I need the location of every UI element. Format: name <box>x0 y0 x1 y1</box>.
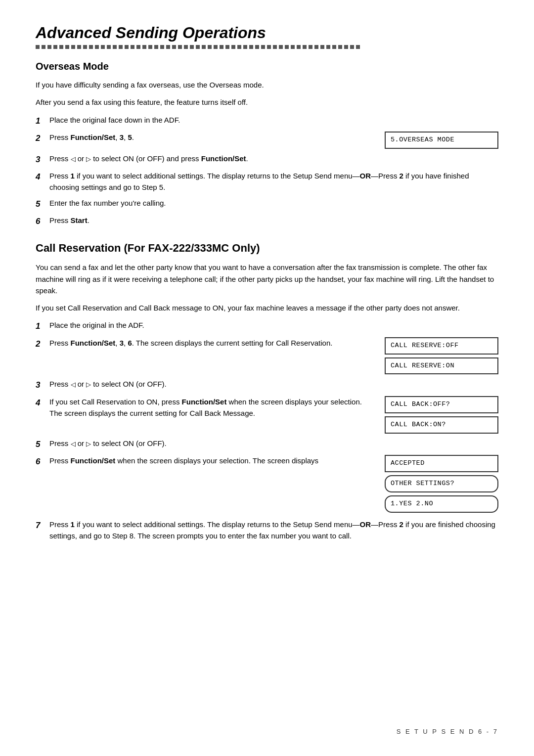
cr-step-num-6: 6 <box>36 455 49 468</box>
step-num-3: 3 <box>36 153 49 166</box>
call-reservation-steps-list: 1 Place the original in the ADF. 2 Press… <box>36 319 498 512</box>
overseas-para1: If you have difficulty sending a fax ove… <box>36 79 498 90</box>
cr-step-num-4: 4 <box>36 396 49 409</box>
cr-step-6: 6 Press Function/Set when the screen dis… <box>36 455 498 513</box>
cr-step-1: 1 Place the original in the ADF. <box>36 319 498 333</box>
overseas-step-2-text: Press Function/Set, 3, 5. <box>49 132 385 143</box>
arrow-right-icon <box>86 154 91 163</box>
overseas-step-6-text: Press Start. <box>49 215 498 226</box>
cr-step-7: 7 Press 1 if you want to select addition… <box>36 519 498 542</box>
cr-step-2: 2 Press Function/Set, 3, 6. The screen d… <box>36 337 498 375</box>
cr-step4-display-col: CALL BACK:OFF? CALL BACK:ON? <box>385 396 498 434</box>
arrow-right-icon-3 <box>86 439 91 447</box>
cr-step-num-3: 3 <box>36 378 49 392</box>
cr-step-4-content: If you set Call Reservation to ON, press… <box>49 396 498 434</box>
overseas-steps-list: 1 Place the original face down in the AD… <box>36 114 498 228</box>
cr-step-2-content: Press Function/Set, 3, 6. The screen dis… <box>49 337 498 375</box>
overseas-step-2: 2 Press Function/Set, 3, 5. 5.OVERSEAS M… <box>36 132 498 149</box>
cr-step-3-text: Press or to select ON (or OFF). <box>49 378 498 390</box>
step-num-5: 5 <box>36 197 49 211</box>
cr-step-5: 5 Press or to select ON (or OFF). <box>36 438 498 451</box>
cr-step-num-7: 7 <box>36 519 49 542</box>
cr-step-5-text: Press or to select ON (or OFF). <box>49 438 498 449</box>
cr-step-4: 4 If you set Call Reservation to ON, pre… <box>36 396 498 434</box>
overseas-para2: After you send a fax using this feature,… <box>36 96 498 108</box>
step-num-1: 1 <box>36 114 49 128</box>
call-reservation-para1: You can send a fax and let the other par… <box>36 262 498 296</box>
overseas-step-2-content: Press Function/Set, 3, 5. 5.OVERSEAS MOD… <box>49 132 498 149</box>
arrow-left-icon-2 <box>71 380 76 388</box>
call-reservation-para2: If you set Call Reservation and Call Bac… <box>36 302 498 313</box>
cr-step2-display-col: CALL RESERVE:OFF CALL RESERVE:ON <box>385 337 498 375</box>
cr-step-7-text: Press 1 if you want to select additional… <box>49 519 498 542</box>
cr-step-3: 3 Press or to select ON (or OFF). <box>36 378 498 392</box>
step-num-4: 4 <box>36 170 49 183</box>
dotted-divider <box>36 45 498 49</box>
overseas-step-5: 5 Enter the fax number you're calling. <box>36 197 498 211</box>
cr-step-4-text: If you set Call Reservation to ON, press… <box>49 396 385 419</box>
overseas-step-3: 3 Press or to select ON (or OFF) and pre… <box>36 153 498 166</box>
page-footer: S E T U P S E N D 6 - 7 <box>397 728 498 735</box>
overseas-step-1: 1 Place the original face down in the AD… <box>36 114 498 128</box>
step-num-6: 6 <box>36 215 49 228</box>
cr-step-6-content: Press Function/Set when the screen displ… <box>49 455 498 513</box>
call-reservation-heading: Call Reservation (For FAX-222/333MC Only… <box>36 242 498 255</box>
arrow-left-icon-3 <box>71 439 76 447</box>
overseas-lcd-box: 5.OVERSEAS MODE <box>385 132 498 149</box>
step-num-2: 2 <box>36 132 49 145</box>
overseas-display-col: 5.OVERSEAS MODE <box>385 132 498 149</box>
call-back-off-lcd: CALL BACK:OFF? <box>385 396 498 413</box>
cr-step-1-text: Place the original in the ADF. <box>49 319 498 331</box>
cr-step-2-text: Press Function/Set, 3, 6. The screen dis… <box>49 337 385 349</box>
call-reserve-on-lcd: CALL RESERVE:ON <box>385 357 498 375</box>
cr-step-num-1: 1 <box>36 319 49 333</box>
accepted-lcd: ACCEPTED <box>385 455 498 472</box>
other-settings-lcd: OTHER SETTINGS? <box>385 475 498 492</box>
arrow-right-icon-2 <box>86 380 91 388</box>
page-title: Advanced Sending Operations <box>36 24 498 42</box>
overseas-mode-section: Overseas Mode If you have difficulty sen… <box>36 61 498 228</box>
cr-step-6-text: Press Function/Set when the screen displ… <box>49 455 385 466</box>
overseas-step-5-text: Enter the fax number you're calling. <box>49 197 498 209</box>
yes-no-lcd: 1.YES 2.NO <box>385 495 498 513</box>
overseas-step-3-text: Press or to select ON (or OFF) and press… <box>49 153 498 164</box>
overseas-step-4: 4 Press 1 if you want to select addition… <box>36 170 498 193</box>
overseas-step-1-text: Place the original face down in the ADF. <box>49 114 498 126</box>
call-reservation-section: Call Reservation (For FAX-222/333MC Only… <box>36 242 498 541</box>
cr-step-num-5: 5 <box>36 438 49 451</box>
arrow-left-icon <box>71 154 76 163</box>
cr-step6-display-col: ACCEPTED OTHER SETTINGS? 1.YES 2.NO <box>385 455 498 513</box>
overseas-mode-heading: Overseas Mode <box>36 61 498 72</box>
call-back-on-lcd: CALL BACK:ON? <box>385 416 498 434</box>
call-reserve-off-lcd: CALL RESERVE:OFF <box>385 337 498 355</box>
overseas-step-4-text: Press 1 if you want to select additional… <box>49 170 498 193</box>
cr-step-num-2: 2 <box>36 337 49 351</box>
overseas-step-6: 6 Press Start. <box>36 215 498 228</box>
